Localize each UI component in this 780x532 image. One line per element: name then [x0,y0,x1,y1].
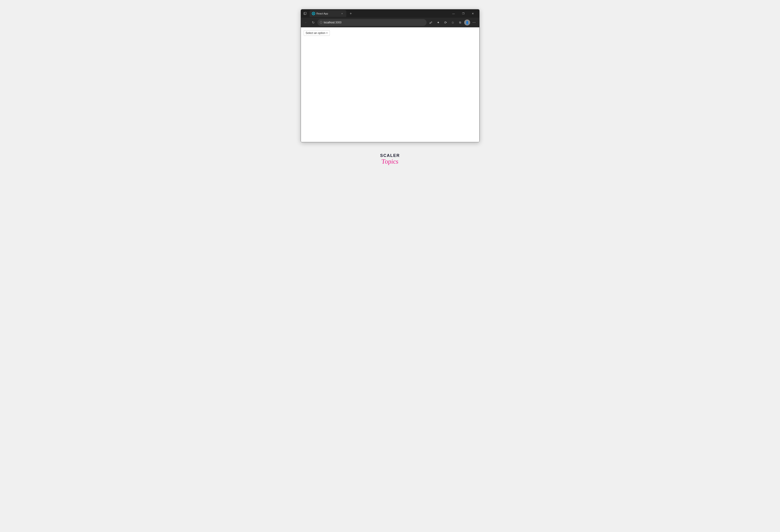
window-controls: — ❐ ✕ [449,9,478,18]
svg-rect-1 [304,12,306,14]
refresh2-button[interactable]: ⟳ [442,19,449,26]
react-icon [312,12,315,15]
url-port: :3000 [335,21,341,24]
select-option-button[interactable]: Select an option + [304,30,330,36]
toolbar-actions: A♦ ✦ ⟳ ☆ ⧉ 👤 ⋯ [428,19,478,26]
favorites-button[interactable]: ☆ [449,19,456,26]
url-host: localhost [324,21,335,24]
back-button[interactable]: ← [303,19,309,26]
tab-group-icon[interactable] [303,11,308,16]
branding: SCALER Topics [380,153,400,165]
web-content: Select an option + [301,27,479,142]
branding-topics-text: Topics [381,158,399,165]
close-button[interactable]: ✕ [468,9,478,18]
favorites-icon: ☆ [451,21,454,24]
refresh-button[interactable]: ↻ [310,19,316,26]
tab-close-button[interactable]: × [340,12,344,15]
browser-window: React App × + — ❐ ✕ ← ↻ ⓘ localhost:3000 [301,9,480,142]
minimize-button[interactable]: — [449,9,458,18]
address-input[interactable]: ⓘ localhost:3000 [318,19,427,26]
collections-icon: ⧉ [459,21,461,24]
read-aloud-button[interactable]: A♦ [428,19,434,26]
url-display: localhost:3000 [324,21,341,24]
address-bar: ← ↻ ⓘ localhost:3000 A♦ ✦ ⟳ ☆ ⧉ [301,18,479,27]
title-bar-left: React App × + [303,10,354,17]
profile-icon: 👤 [465,21,469,24]
menu-icon: ⋯ [473,21,476,24]
copilot-icon: ✦ [437,21,440,24]
maximize-button[interactable]: ❐ [459,9,468,18]
profile-button[interactable]: 👤 [464,19,470,26]
tab-title: React App [316,12,339,15]
back-icon: ← [304,21,307,24]
collections-button[interactable]: ⧉ [457,19,464,26]
browser-tab[interactable]: React App × [309,10,346,17]
branding-scaler-text: SCALER [380,153,400,158]
tab-favicon [312,12,315,15]
info-icon: ⓘ [320,21,323,25]
refresh-icon: ↻ [312,21,315,24]
menu-button[interactable]: ⋯ [471,19,478,26]
new-tab-button[interactable]: + [348,11,354,16]
read-aloud-icon: A♦ [429,21,432,24]
title-bar: React App × + — ❐ ✕ [301,9,479,18]
copilot-button[interactable]: ✦ [435,19,442,26]
refresh2-icon: ⟳ [444,21,447,24]
